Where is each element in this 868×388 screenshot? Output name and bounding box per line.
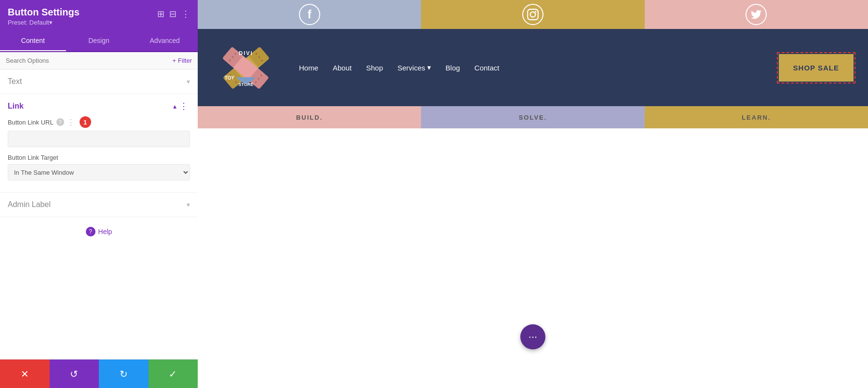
panel-content: Text ▾ Link ▴ ⋮ Button Link URL ? ⋮ 1 bbox=[0, 69, 198, 359]
link-section: Link ▴ ⋮ Button Link URL ? ⋮ 1 Button Li… bbox=[0, 94, 198, 193]
tab-design[interactable]: Design bbox=[66, 31, 132, 51]
svg-point-1 bbox=[530, 12, 536, 17]
bsl-bar: BUILD. SOLVE. LEARN. bbox=[198, 106, 868, 128]
button-link-url-label: Button Link URL bbox=[8, 119, 54, 126]
social-facebook: f bbox=[198, 0, 421, 29]
nav-logo: DIVI TOY STORE bbox=[212, 34, 280, 101]
social-bar: f bbox=[198, 0, 868, 29]
cancel-button[interactable]: ✕ bbox=[0, 360, 50, 388]
build-bar-item: BUILD. bbox=[198, 106, 421, 128]
redo-button[interactable]: ↻ bbox=[99, 360, 149, 388]
nav-links: Home About Shop Services ▾ Blog Contact bbox=[299, 63, 779, 72]
tab-advanced[interactable]: Advanced bbox=[132, 31, 198, 51]
social-twitter bbox=[645, 0, 868, 29]
text-section-label: Text bbox=[8, 77, 22, 86]
tab-content[interactable]: Content bbox=[0, 31, 66, 51]
filter-label: Filter bbox=[178, 57, 192, 64]
filter-plus-icon: + bbox=[173, 57, 176, 64]
nav-link-about[interactable]: About bbox=[333, 64, 352, 72]
badge-1: 1 bbox=[80, 116, 91, 128]
help-circle-icon: ? bbox=[86, 227, 95, 236]
admin-label-section-label: Admin Label bbox=[8, 200, 51, 209]
twitter-icon bbox=[746, 4, 767, 25]
svg-text:STORE: STORE bbox=[239, 82, 254, 87]
svg-text:DIVI: DIVI bbox=[239, 50, 253, 56]
nav-link-shop[interactable]: Shop bbox=[366, 64, 383, 72]
settings-panel: Button Settings Preset: Default▾ ⊞ ⊟ ⋮ C… bbox=[0, 0, 198, 388]
shop-sale-button[interactable]: SHOP SALE bbox=[779, 54, 854, 82]
bottom-bar: ✕ ↺ ↻ ✓ bbox=[0, 359, 198, 388]
link-section-dots-icon[interactable]: ⋮ bbox=[179, 101, 188, 111]
search-bar: + Filter bbox=[0, 52, 198, 69]
filter-button[interactable]: + Filter bbox=[173, 57, 192, 64]
button-link-target-group: Button Link Target In The Same Window In… bbox=[8, 154, 190, 180]
services-chevron-icon: ▾ bbox=[427, 63, 431, 72]
focus-mode-icon[interactable]: ⊞ bbox=[157, 9, 164, 19]
social-instagram bbox=[421, 0, 644, 29]
svg-rect-0 bbox=[528, 9, 538, 20]
button-link-url-row: Button Link URL ? ⋮ 1 bbox=[8, 116, 190, 128]
text-section-row[interactable]: Text ▾ bbox=[0, 69, 198, 94]
preview-panel: f bbox=[198, 0, 868, 388]
button-link-url-dots-icon[interactable]: ⋮ bbox=[67, 118, 75, 127]
nav-link-blog[interactable]: Blog bbox=[446, 64, 460, 72]
button-link-url-help-icon[interactable]: ? bbox=[56, 118, 64, 126]
text-chevron-icon: ▾ bbox=[187, 78, 190, 85]
nav-link-services[interactable]: Services ▾ bbox=[397, 63, 431, 72]
panel-header-icons: ⊞ ⊟ ⋮ bbox=[157, 9, 190, 19]
facebook-icon: f bbox=[299, 4, 320, 25]
admin-label-section-row[interactable]: Admin Label ▾ bbox=[0, 193, 198, 217]
help-label: Help bbox=[98, 228, 112, 236]
panel-header-left: Button Settings Preset: Default▾ bbox=[8, 7, 80, 26]
button-link-target-select[interactable]: In The Same Window In A New Tab bbox=[8, 164, 190, 180]
columns-icon[interactable]: ⊟ bbox=[169, 9, 176, 19]
solve-bar-item: SOLVE. bbox=[421, 106, 644, 128]
svg-point-2 bbox=[535, 11, 536, 12]
learn-bar-item: LEARN. bbox=[645, 106, 868, 128]
instagram-icon bbox=[522, 4, 543, 25]
link-chevron-up-icon[interactable]: ▴ bbox=[173, 102, 176, 110]
svg-text:TOY: TOY bbox=[225, 75, 235, 81]
admin-label-chevron-icon: ▾ bbox=[187, 201, 190, 208]
link-section-title: Link bbox=[8, 102, 24, 111]
panel-header: Button Settings Preset: Default▾ ⊞ ⊟ ⋮ bbox=[0, 0, 198, 31]
panel-preset[interactable]: Preset: Default▾ bbox=[8, 19, 80, 26]
help-row[interactable]: ? Help bbox=[0, 217, 198, 246]
search-input[interactable] bbox=[6, 57, 173, 64]
undo-button[interactable]: ↺ bbox=[50, 360, 99, 388]
main-content-area: ··· bbox=[198, 128, 868, 388]
more-options-icon[interactable]: ⋮ bbox=[181, 9, 190, 19]
button-link-target-label: Button Link Target bbox=[8, 154, 190, 161]
nav-link-contact[interactable]: Contact bbox=[475, 64, 500, 72]
nav-link-home[interactable]: Home bbox=[299, 64, 318, 72]
panel-title: Button Settings bbox=[8, 7, 80, 18]
panel-tabs: Content Design Advanced bbox=[0, 31, 198, 52]
link-section-header: Link ▴ ⋮ bbox=[8, 94, 190, 116]
save-button[interactable]: ✓ bbox=[149, 360, 198, 388]
nav-bar: DIVI TOY STORE Home About Shop Services … bbox=[198, 29, 868, 106]
fab-icon: ··· bbox=[529, 331, 537, 343]
button-link-url-input[interactable] bbox=[8, 131, 190, 147]
fab-button[interactable]: ··· bbox=[520, 324, 545, 349]
link-section-icons: ▴ ⋮ bbox=[173, 101, 190, 111]
